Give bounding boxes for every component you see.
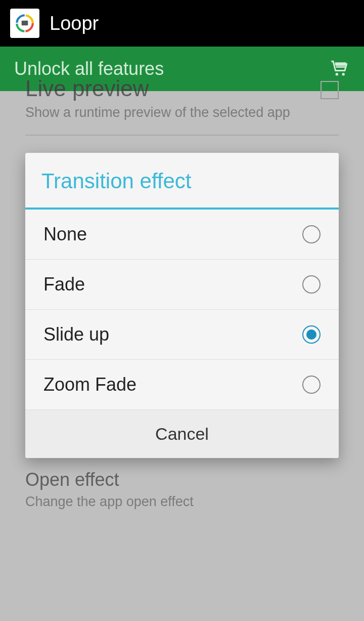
- cancel-button[interactable]: Cancel: [25, 410, 339, 458]
- dialog-title: Transition effect: [25, 153, 339, 210]
- option-label: Fade: [43, 274, 85, 295]
- option-slide-up[interactable]: Slide up: [25, 310, 339, 360]
- option-zoom-fade[interactable]: Zoom Fade: [25, 360, 339, 410]
- option-label: Zoom Fade: [43, 374, 136, 395]
- app-icon: [10, 9, 39, 38]
- radio-icon: [302, 376, 321, 394]
- radio-icon: [302, 325, 321, 344]
- option-none[interactable]: None: [25, 210, 339, 260]
- svg-point-5: [336, 73, 339, 76]
- transition-effect-dialog: Transition effect None Fade Slide up Zoo…: [25, 153, 339, 458]
- option-fade[interactable]: Fade: [25, 260, 339, 310]
- action-bar: Loopr: [0, 0, 364, 47]
- app-title: Loopr: [50, 13, 99, 34]
- option-label: Slide up: [43, 324, 109, 345]
- svg-point-6: [342, 73, 345, 76]
- svg-rect-4: [22, 21, 28, 25]
- radio-icon: [302, 225, 321, 243]
- option-label: None: [43, 224, 87, 245]
- radio-icon: [302, 275, 321, 294]
- cart-icon: [328, 57, 350, 81]
